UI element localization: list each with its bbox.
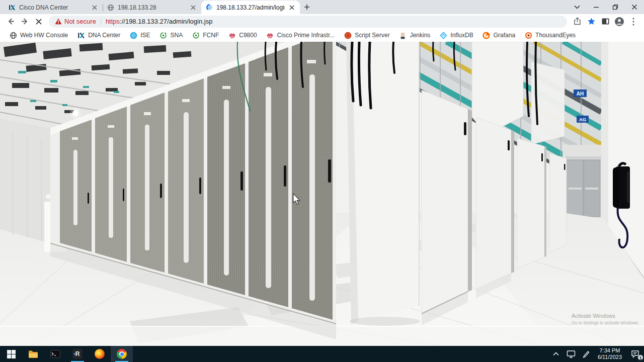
green-swirl-icon (159, 31, 168, 39)
foreground-rack-end-panel (346, 42, 420, 326)
bookmark-grafana[interactable]: Grafana (478, 30, 519, 41)
page-content-datacenter-photo: AH AG (0, 42, 644, 346)
menu-kebab-icon[interactable] (626, 15, 640, 29)
bookmark-label: ISE (140, 32, 150, 39)
globe-icon (9, 31, 17, 39)
tray-chevron-up-icon[interactable] (548, 346, 564, 362)
dna-center-favicon-icon (8, 4, 16, 12)
window-controls (568, 0, 644, 14)
security-chip[interactable]: Not secure (55, 18, 96, 25)
bookmark-sna[interactable]: SNA (155, 30, 187, 41)
action-center-button[interactable]: 1 (626, 346, 644, 362)
bookmark-c9800[interactable]: C9800 (224, 30, 261, 41)
tab-close-icon[interactable] (91, 4, 99, 12)
thousandeyes-eye-icon (524, 31, 532, 39)
bookmark-label: FCNF (203, 32, 219, 39)
far-end-door (562, 145, 605, 219)
svg-text:Go to Settings to activate Win: Go to Settings to activate Windows. (572, 320, 639, 325)
taskbar-apps: R (0, 346, 133, 362)
dna-center-icon (77, 31, 85, 39)
mremoteng-button[interactable]: R (66, 346, 89, 362)
url-text: https://198.18.133.27/admin/login.jsp (106, 18, 213, 25)
red-orb-icon (344, 31, 352, 39)
start-button[interactable] (0, 346, 22, 362)
tab-title: Cisco DNA Center (19, 4, 88, 11)
chrome-button[interactable] (111, 346, 133, 362)
bookmark-star-icon[interactable] (584, 15, 598, 29)
bookmark-label: C9800 (239, 32, 257, 39)
firefox-button[interactable] (89, 346, 111, 362)
bookmark-dna-center[interactable]: DNA Center (73, 30, 124, 41)
bookmark-jenkins[interactable]: Jenkins (395, 30, 435, 41)
svg-text:AG: AG (579, 117, 586, 122)
restore-button[interactable] (606, 0, 625, 14)
firefox-icon (95, 349, 105, 359)
grafana-flame-icon (482, 31, 491, 39)
back-button[interactable] (4, 15, 18, 29)
cisco-logo-icon (228, 31, 236, 39)
ise-circle-icon (129, 31, 137, 39)
influxdb-icon (439, 31, 447, 39)
jenkins-butler-icon (399, 31, 407, 39)
svg-text:AH: AH (577, 91, 584, 97)
share-button[interactable] (570, 15, 584, 29)
bookmark-influxdb[interactable]: InfluxDB (435, 30, 477, 41)
bookmark-fcnf[interactable]: FCNF (188, 30, 223, 41)
bookmark-label: ThousandEyes (535, 32, 576, 39)
bookmark-label: SNA (171, 32, 183, 39)
notification-count-badge: 1 (637, 354, 643, 360)
bookmark-label: InfluxDB (450, 32, 473, 39)
side-panel-button[interactable] (598, 15, 612, 29)
chrome-icon (117, 349, 127, 359)
new-tab-button[interactable] (300, 0, 314, 14)
cisco-logo-icon (266, 31, 274, 39)
omnibox-divider (101, 18, 101, 25)
tab-198-18-133-28[interactable]: 198.18.133.28 (103, 1, 201, 14)
windows-taskbar: R 7:34 PM 6/11/2023 (0, 346, 644, 362)
profile-avatar[interactable] (612, 15, 626, 29)
close-window-button[interactable] (625, 0, 644, 14)
tab-search-chevron-icon[interactable] (568, 0, 587, 14)
browser-toolbar: Not secure https://198.18.133.27/admin/l… (0, 14, 644, 29)
aisle-sign-ah: AH (574, 89, 587, 97)
tab-close-icon[interactable] (288, 4, 296, 12)
url-rest: ://198.18.133.27/admin/login.jsp (120, 18, 212, 25)
forward-button[interactable] (18, 15, 32, 29)
bookmarks-bar: Web HW Console DNA Center ISE SNA FCNF C… (0, 29, 644, 42)
bookmark-label: Grafana (494, 32, 515, 39)
loading-spinner-icon (205, 4, 213, 12)
address-bar[interactable]: Not secure https://198.18.133.27/admin/l… (49, 16, 567, 28)
clock-date: 6/11/2023 (598, 354, 622, 360)
datacenter-scene: AH AG (0, 42, 644, 346)
bookmark-cisco-prime[interactable]: Cisco Prime Infrastr... (262, 30, 339, 41)
tray-pen-icon[interactable] (579, 346, 594, 362)
bookmark-label: DNA Center (88, 32, 120, 39)
bookmark-label: Script Server (355, 32, 389, 39)
bookmark-label: Jenkins (410, 32, 431, 39)
bookmark-thousandeyes[interactable]: ThousandEyes (520, 30, 580, 41)
bookmark-ise[interactable]: ISE (125, 30, 154, 41)
minimize-button[interactable] (587, 0, 606, 14)
svg-text:Activate Windows: Activate Windows (572, 313, 615, 319)
tab-close-icon[interactable] (189, 4, 197, 12)
bookmark-script-server[interactable]: Script Server (340, 30, 393, 41)
security-chip-label: Not secure (64, 18, 96, 25)
tab-strip: Cisco DNA Center 198.18.133.28 198.18.13… (0, 0, 644, 14)
tab-cisco-dna-center[interactable]: Cisco DNA Center (4, 1, 103, 14)
bookmark-web-hw-console[interactable]: Web HW Console (5, 30, 72, 41)
mremoteng-icon: R (72, 349, 83, 359)
browser-window: Cisco DNA Center 198.18.133.28 198.18.13… (0, 0, 644, 362)
tab-title: 198.18.133.27/admin/login.jsp (216, 4, 285, 11)
tab-title: 198.18.133.28 (118, 4, 186, 11)
tab-login-jsp-active[interactable]: 198.18.133.27/admin/login.jsp (201, 1, 300, 14)
bookmark-label: Cisco Prime Infrastr... (277, 32, 335, 39)
taskbar-clock[interactable]: 7:34 PM 6/11/2023 (594, 347, 626, 360)
command-prompt-button[interactable] (44, 346, 66, 362)
file-explorer-button[interactable] (22, 346, 44, 362)
bookmark-label: Web HW Console (20, 32, 68, 39)
tray-display-network-icon[interactable] (564, 346, 579, 362)
url-scheme: https (106, 18, 120, 25)
globe-icon (107, 4, 115, 12)
stop-loading-button[interactable] (32, 15, 46, 29)
clock-time: 7:34 PM (598, 347, 622, 354)
